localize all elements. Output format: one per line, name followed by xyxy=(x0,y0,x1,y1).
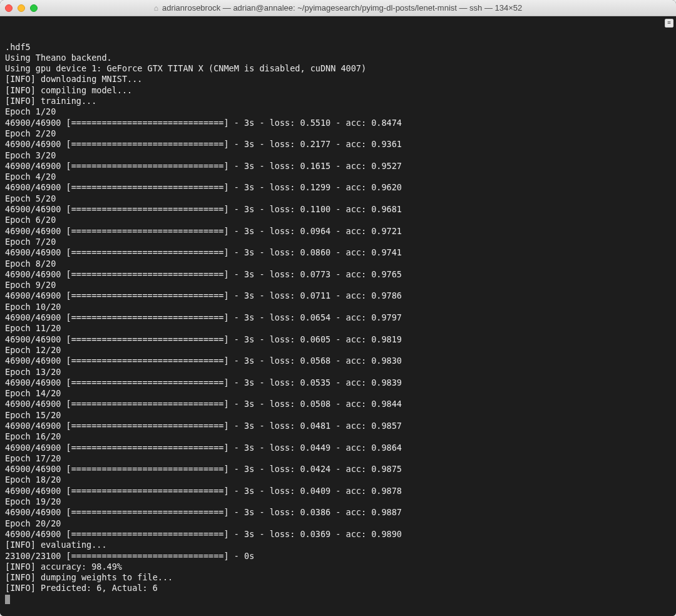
epoch-progress: 46900/46900 [===========================… xyxy=(5,312,672,323)
epoch-header: Epoch 16/20 xyxy=(5,431,672,442)
window-title-text: adrianrosebrock — adrian@annalee: ~/pyim… xyxy=(162,3,522,13)
terminal-window: ⌂ adrianrosebrock — adrian@annalee: ~/py… xyxy=(0,0,676,616)
close-button[interactable] xyxy=(5,4,13,12)
epoch-progress: 46900/46900 [===========================… xyxy=(5,226,672,237)
epoch-header: Epoch 3/20 xyxy=(5,150,672,161)
epoch-progress: 46900/46900 [===========================… xyxy=(5,464,672,475)
epoch-progress: 46900/46900 [===========================… xyxy=(5,182,672,193)
epoch-header: Epoch 19/20 xyxy=(5,496,672,507)
home-icon: ⌂ xyxy=(154,4,158,13)
scroll-up-icon[interactable]: ≡ xyxy=(665,19,673,28)
scrollbar[interactable]: ≡ xyxy=(665,19,673,613)
terminal-cursor-line xyxy=(5,594,672,605)
epoch-header: Epoch 7/20 xyxy=(5,237,672,247)
epoch-header: Epoch 18/20 xyxy=(5,475,672,485)
epoch-header: Epoch 2/20 xyxy=(5,128,672,139)
terminal-line: [INFO] accuracy: 98.49% xyxy=(5,562,672,572)
epoch-header: Epoch 14/20 xyxy=(5,388,672,399)
epoch-header: Epoch 6/20 xyxy=(5,215,672,225)
epoch-progress: 46900/46900 [===========================… xyxy=(5,443,672,453)
epoch-header: Epoch 1/20 xyxy=(5,106,672,117)
epoch-header: Epoch 4/20 xyxy=(5,172,672,182)
epoch-progress: 46900/46900 [===========================… xyxy=(5,507,672,518)
eval-progress: 23100/23100 [===========================… xyxy=(5,551,672,562)
epoch-header: Epoch 11/20 xyxy=(5,323,672,334)
epoch-progress: 46900/46900 [===========================… xyxy=(5,421,672,431)
epoch-progress: 46900/46900 [===========================… xyxy=(5,377,672,388)
epoch-progress: 46900/46900 [===========================… xyxy=(5,486,672,496)
window-titlebar[interactable]: ⌂ adrianrosebrock — adrian@annalee: ~/py… xyxy=(0,0,676,16)
traffic-lights xyxy=(5,4,38,12)
epoch-progress: 46900/46900 [===========================… xyxy=(5,290,672,301)
terminal-line: [INFO] dumping weights to file... xyxy=(5,572,672,583)
epoch-header: Epoch 13/20 xyxy=(5,367,672,377)
terminal-content: .hdf5Using Theano backend.Using gpu devi… xyxy=(5,42,672,605)
epoch-header: Epoch 12/20 xyxy=(5,345,672,356)
epoch-progress: 46900/46900 [===========================… xyxy=(5,269,672,280)
terminal-line: [INFO] downloading MNIST... xyxy=(5,74,672,85)
epoch-header: Epoch 8/20 xyxy=(5,259,672,269)
epoch-progress: 46900/46900 [===========================… xyxy=(5,399,672,409)
terminal-line: [INFO] training... xyxy=(5,96,672,106)
window-title: ⌂ adrianrosebrock — adrian@annalee: ~/py… xyxy=(0,3,676,13)
epoch-header: Epoch 20/20 xyxy=(5,518,672,529)
epoch-progress: 46900/46900 [===========================… xyxy=(5,356,672,366)
epoch-header: Epoch 10/20 xyxy=(5,302,672,312)
terminal-line: Using gpu device 1: GeForce GTX TITAN X … xyxy=(5,63,672,74)
terminal-body[interactable]: .hdf5Using Theano backend.Using gpu devi… xyxy=(0,16,676,616)
zoom-button[interactable] xyxy=(30,4,38,12)
terminal-line: [INFO] compiling model... xyxy=(5,85,672,96)
epoch-header: Epoch 9/20 xyxy=(5,280,672,290)
epoch-progress: 46900/46900 [===========================… xyxy=(5,118,672,128)
epoch-progress: 46900/46900 [===========================… xyxy=(5,161,672,172)
terminal-line: .hdf5 xyxy=(5,42,672,53)
epoch-header: Epoch 15/20 xyxy=(5,410,672,421)
epoch-progress: 46900/46900 [===========================… xyxy=(5,529,672,540)
epoch-progress: 46900/46900 [===========================… xyxy=(5,247,672,258)
epoch-progress: 46900/46900 [===========================… xyxy=(5,204,672,215)
epoch-progress: 46900/46900 [===========================… xyxy=(5,139,672,150)
epoch-header: Epoch 17/20 xyxy=(5,453,672,464)
cursor-block xyxy=(5,595,10,604)
minimize-button[interactable] xyxy=(18,4,25,12)
terminal-line: Using Theano backend. xyxy=(5,53,672,63)
terminal-line: [INFO] evaluating... xyxy=(5,540,672,550)
epoch-header: Epoch 5/20 xyxy=(5,193,672,204)
terminal-line: [INFO] Predicted: 6, Actual: 6 xyxy=(5,583,672,593)
epoch-progress: 46900/46900 [===========================… xyxy=(5,334,672,345)
